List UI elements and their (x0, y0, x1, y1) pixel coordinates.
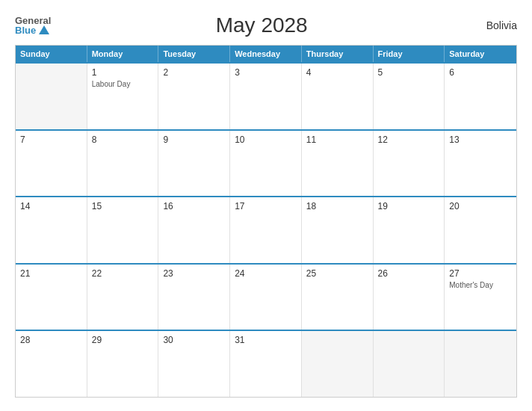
calendar-weekday-header: SundayMondayTuesdayWednesdayThursdayFrid… (16, 46, 516, 62)
calendar-cell: 21 (16, 265, 87, 330)
day-number: 8 (92, 135, 154, 145)
day-number: 17 (235, 201, 297, 211)
calendar-cell: 16 (158, 197, 230, 263)
day-number: 27 (449, 268, 512, 279)
calendar-cell: 23 (158, 265, 230, 330)
calendar-cell: 3 (230, 64, 302, 129)
calendar-cell: 30 (158, 331, 230, 397)
day-number: 11 (306, 135, 368, 145)
calendar-cell: 5 (374, 64, 445, 129)
day-number: 10 (235, 135, 297, 145)
calendar-cell: 14 (16, 197, 87, 263)
calendar-cell: 11 (302, 131, 374, 197)
calendar-header: General Blue May 2028 Bolivia (15, 13, 517, 37)
day-number: 13 (449, 135, 512, 145)
day-event: Labour Day (92, 79, 154, 89)
calendar-cell: 8 (87, 131, 159, 197)
logo-general-text: General (15, 16, 51, 25)
calendar-week-3: 14151617181920 (16, 196, 516, 263)
calendar-cell: 1Labour Day (87, 64, 159, 129)
calendar-week-5: 28293031 (16, 330, 516, 397)
calendar-cell (16, 64, 87, 129)
calendar: SundayMondayTuesdayWednesdayThursdayFrid… (15, 45, 517, 398)
weekday-header-tuesday: Tuesday (158, 46, 230, 62)
logo-triangle-icon (39, 25, 49, 34)
day-number: 26 (378, 268, 440, 279)
calendar-body: 1Labour Day23456789101112131415161718192… (16, 62, 516, 397)
calendar-cell: 2 (158, 64, 230, 129)
calendar-cell: 20 (445, 197, 516, 263)
calendar-cell: 9 (158, 131, 230, 197)
day-number: 2 (163, 67, 225, 78)
weekday-header-monday: Monday (87, 46, 159, 62)
day-number: 31 (235, 335, 297, 345)
day-number: 24 (235, 268, 297, 279)
day-number: 3 (235, 67, 297, 78)
calendar-cell: 22 (87, 265, 159, 330)
calendar-cell: 12 (374, 131, 445, 197)
page-title: May 2028 (51, 13, 472, 37)
day-number: 25 (306, 268, 368, 279)
day-number: 12 (378, 135, 440, 145)
day-number: 29 (92, 335, 154, 345)
calendar-cell: 25 (302, 265, 374, 330)
logo: General Blue (15, 16, 51, 36)
calendar-cell: 27Mother's Day (445, 265, 516, 330)
calendar-cell: 26 (374, 265, 445, 330)
day-number: 5 (378, 67, 440, 78)
weekday-header-wednesday: Wednesday (230, 46, 302, 62)
weekday-header-saturday: Saturday (445, 46, 516, 62)
weekday-header-sunday: Sunday (16, 46, 87, 62)
calendar-cell: 18 (302, 197, 374, 263)
calendar-cell: 24 (230, 265, 302, 330)
calendar-cell: 19 (374, 197, 445, 263)
day-event: Mother's Day (449, 280, 512, 290)
day-number: 22 (92, 268, 154, 279)
calendar-cell: 15 (87, 197, 159, 263)
weekday-header-thursday: Thursday (302, 46, 374, 62)
day-number: 7 (20, 135, 82, 145)
calendar-cell: 10 (230, 131, 302, 197)
day-number: 9 (163, 135, 225, 145)
calendar-week-1: 1Labour Day23456 (16, 62, 516, 129)
day-number: 28 (20, 335, 82, 345)
calendar-cell: 7 (16, 131, 87, 197)
calendar-week-4: 21222324252627Mother's Day (16, 263, 516, 330)
day-number: 14 (20, 201, 82, 211)
calendar-cell: 17 (230, 197, 302, 263)
calendar-week-2: 78910111213 (16, 129, 516, 197)
logo-blue-text: Blue (15, 25, 36, 35)
weekday-header-friday: Friday (374, 46, 445, 62)
calendar-cell (445, 331, 516, 397)
day-number: 15 (92, 201, 154, 211)
day-number: 16 (163, 201, 225, 211)
calendar-cell: 28 (16, 331, 87, 397)
day-number: 21 (20, 268, 82, 279)
calendar-cell: 6 (445, 64, 516, 129)
calendar-cell: 13 (445, 131, 516, 197)
day-number: 4 (306, 67, 368, 78)
day-number: 23 (163, 268, 225, 279)
day-number: 19 (378, 201, 440, 211)
day-number: 30 (163, 335, 225, 345)
day-number: 1 (92, 67, 154, 78)
day-number: 18 (306, 201, 368, 211)
day-number: 6 (449, 67, 512, 78)
calendar-cell (302, 331, 374, 397)
day-number: 20 (449, 201, 512, 211)
calendar-cell (374, 331, 445, 397)
country-label: Bolivia (472, 19, 517, 31)
calendar-cell: 29 (87, 331, 159, 397)
calendar-cell: 31 (230, 331, 302, 397)
calendar-cell: 4 (302, 64, 374, 129)
